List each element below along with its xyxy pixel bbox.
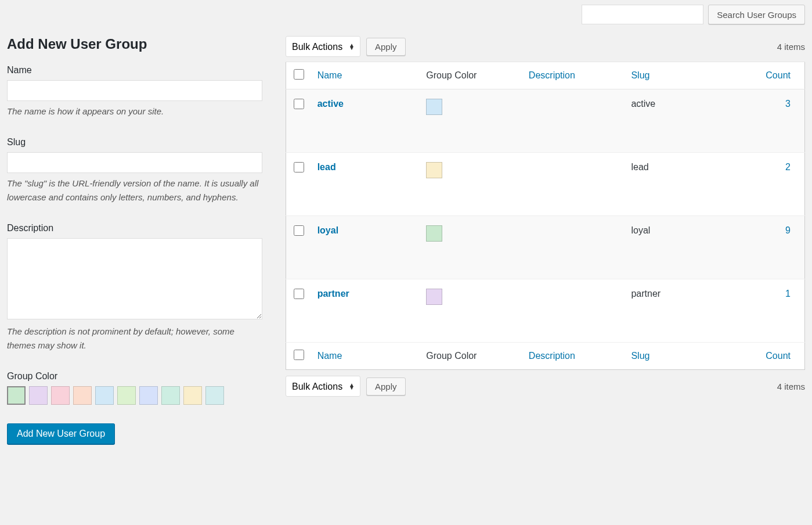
color-swatch[interactable] (73, 386, 92, 405)
group-color-label: Group Color (7, 371, 262, 382)
form-heading: Add New User Group (7, 36, 262, 52)
color-swatch[interactable] (139, 386, 158, 405)
slug-hint: The "slug" is the URL-friendly version o… (7, 177, 262, 204)
row-count-link[interactable]: 2 (785, 162, 791, 172)
row-checkbox[interactable] (294, 162, 304, 172)
bulk-apply-button-bottom[interactable]: Apply (366, 377, 406, 395)
col-slug-footer[interactable]: Slug (625, 343, 753, 370)
row-color-swatch (426, 162, 442, 178)
select-all-bottom[interactable] (294, 350, 304, 360)
row-count-link[interactable]: 9 (785, 225, 791, 235)
col-name-footer[interactable]: Name (312, 343, 421, 370)
row-count-link[interactable]: 1 (785, 289, 791, 299)
table-row: active active 3 (286, 89, 805, 153)
description-label: Description (7, 223, 262, 233)
row-slug: partner (625, 279, 753, 343)
row-description (523, 279, 626, 343)
name-label: Name (7, 65, 262, 75)
color-swatch[interactable] (29, 386, 48, 405)
row-slug: active (625, 89, 753, 153)
row-checkbox[interactable] (294, 289, 304, 299)
col-description-footer[interactable]: Description (523, 343, 626, 370)
col-description-header[interactable]: Description (523, 62, 626, 89)
search-input[interactable] (582, 5, 703, 24)
row-color-swatch (426, 225, 442, 242)
color-swatch[interactable] (117, 386, 136, 405)
slug-label: Slug (7, 137, 262, 148)
row-slug: loyal (625, 216, 753, 279)
row-name-link[interactable]: loyal (317, 225, 338, 235)
row-name-link[interactable]: active (317, 99, 344, 109)
description-field[interactable] (7, 238, 262, 319)
items-count-top: 4 items (777, 42, 805, 52)
bulk-apply-button-top[interactable]: Apply (366, 38, 406, 56)
table-row: lead lead 2 (286, 153, 805, 216)
row-slug: lead (625, 153, 753, 216)
slug-field[interactable] (7, 152, 262, 173)
row-description (523, 216, 626, 279)
name-hint: The name is how it appears on your site. (7, 105, 262, 118)
submit-button[interactable]: Add New User Group (7, 423, 115, 444)
row-count-link[interactable]: 3 (785, 99, 791, 109)
description-hint: The description is not prominent by defa… (7, 325, 262, 353)
col-group-color-footer: Group Color (420, 343, 523, 370)
color-swatch[interactable] (183, 386, 202, 405)
table-row: partner partner 1 (286, 279, 805, 343)
color-swatch[interactable] (205, 386, 224, 405)
row-name-link[interactable]: lead (317, 162, 336, 172)
col-name-header[interactable]: Name (312, 62, 421, 89)
row-description (523, 89, 626, 153)
row-description (523, 153, 626, 216)
col-slug-header[interactable]: Slug (625, 62, 753, 89)
color-swatch[interactable] (95, 386, 114, 405)
name-field[interactable] (7, 80, 262, 101)
table-row: loyal loyal 9 (286, 216, 805, 279)
row-checkbox[interactable] (294, 99, 304, 109)
row-color-swatch (426, 289, 442, 305)
items-count-bottom: 4 items (777, 382, 805, 391)
col-group-color-header: Group Color (420, 62, 523, 89)
select-all-top[interactable] (294, 69, 304, 80)
row-name-link[interactable]: partner (317, 289, 349, 299)
color-swatch[interactable] (161, 386, 180, 405)
color-swatch[interactable] (51, 386, 70, 405)
bulk-actions-select-bottom[interactable]: Bulk Actions (286, 376, 360, 397)
bulk-actions-select-top[interactable]: Bulk Actions (286, 36, 360, 57)
row-color-swatch (426, 99, 442, 115)
color-swatch[interactable] (7, 386, 26, 405)
col-count-footer[interactable]: Count (753, 343, 804, 370)
row-checkbox[interactable] (294, 225, 304, 236)
search-button[interactable]: Search User Groups (708, 5, 805, 24)
col-count-header[interactable]: Count (753, 62, 804, 89)
